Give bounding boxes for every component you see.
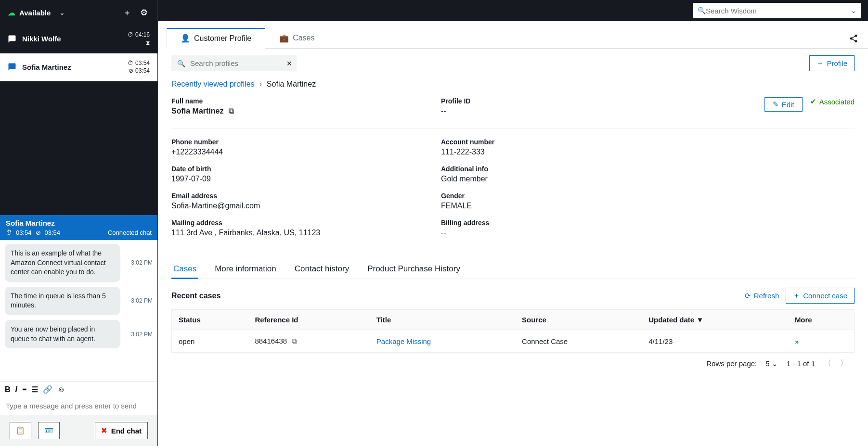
tab-cases[interactable]: 💼 Cases	[265, 28, 328, 48]
ordered-list-button[interactable]: ≡	[22, 385, 26, 394]
chevron-down-icon[interactable]: ⌄	[851, 7, 856, 14]
chat-message: You are now being placed in queue to cha…	[5, 320, 153, 348]
cell-status: open	[172, 330, 248, 353]
tab-customer-profile[interactable]: 👤 Customer Profile	[167, 28, 265, 49]
subtab-purchase-history[interactable]: Product Purchase History	[365, 260, 462, 279]
pencil-icon: ✎	[773, 100, 779, 109]
cases-table: Status Reference Id Title Source Updated…	[171, 309, 855, 353]
briefcase-icon: 💼	[279, 34, 289, 43]
unordered-list-button[interactable]: ☰	[31, 385, 38, 394]
full-name-label: Full name	[171, 97, 412, 105]
profile-id-value: --	[441, 107, 682, 115]
emoji-button[interactable]: ☺	[57, 385, 65, 394]
chat-input[interactable]	[0, 397, 157, 415]
next-page-button[interactable]: 〉	[840, 358, 848, 369]
chat-actions: 📋 🪪 ✖ End chat	[0, 415, 157, 446]
clock-icon: ⏱	[128, 31, 133, 39]
person-icon: 👤	[181, 34, 190, 43]
recent-cases-title: Recent cases	[171, 292, 220, 300]
cell-source: Connect Case	[515, 330, 642, 353]
case-title-link[interactable]: Package Missing	[376, 337, 431, 345]
subtab-contact-history[interactable]: Contact history	[293, 260, 351, 279]
profile-search-input[interactable]	[190, 59, 282, 67]
main-tabs: 👤 Customer Profile 💼 Cases	[167, 28, 868, 49]
main-content: 🔍 ⌄ 👤 Customer Profile 💼 Cases 🔍 ✕ ＋	[158, 0, 868, 446]
bold-button[interactable]: B	[5, 385, 11, 394]
profile-search-row: 🔍 ✕ ＋ Profile	[171, 55, 855, 71]
search-wisdom-box[interactable]: 🔍 ⌄	[693, 3, 861, 18]
share-icon[interactable]	[849, 33, 858, 43]
message-bubble: This is an example of what the Amazon Co…	[5, 244, 120, 282]
col-reference-id[interactable]: Reference Id	[248, 310, 369, 330]
add-profile-button[interactable]: ＋ Profile	[809, 55, 855, 71]
message-time: 3:02 PM	[131, 331, 153, 338]
col-status[interactable]: Status	[172, 310, 248, 330]
chevron-right-icon: ›	[259, 80, 262, 89]
link-button[interactable]: 🔗	[43, 385, 52, 394]
copy-icon[interactable]: ⧉	[292, 337, 297, 345]
profile-header-row: Full name Sofia Martinez ⧉ Profile ID --…	[171, 97, 855, 124]
billing-label: Billing address	[441, 219, 682, 227]
message-time: 3:02 PM	[131, 259, 153, 266]
settings-button[interactable]: ⚙	[138, 5, 150, 20]
contact-item[interactable]: Nikki Wolfe ⏱04:16 ⧗	[0, 25, 157, 53]
cell-title: Package Missing	[370, 330, 515, 353]
cell-reference-id: 88416438 ⧉	[248, 330, 369, 353]
cell-more[interactable]: »	[788, 330, 855, 353]
profile-id-label: Profile ID	[441, 97, 682, 105]
end-chat-button[interactable]: ✖ End chat	[95, 422, 148, 439]
dob-label: Date of birth	[171, 165, 412, 173]
message-time: 3:02 PM	[131, 297, 153, 304]
status-label: Available	[19, 9, 51, 17]
clipboard-button[interactable]: 📋	[10, 422, 31, 439]
clear-icon[interactable]: ✕	[286, 60, 292, 67]
prev-page-button[interactable]: 〈	[824, 358, 831, 369]
breadcrumb-root[interactable]: Recently viewed profiles	[171, 80, 255, 89]
mailing-value: 111 3rd Ave , Fairbanks, Alaska, US, 111…	[171, 229, 412, 237]
contact-times: ⏱03:54 ⊘03:54	[128, 59, 150, 76]
subtab-cases[interactable]: Cases	[171, 260, 198, 279]
sidebar: ☁ Available ⌄ ＋ ⚙ Nikki Wolfe ⏱04:16 ⧗ S…	[0, 0, 158, 446]
table-row[interactable]: open 88416438 ⧉ Package Missing Connect …	[172, 330, 855, 353]
account-label: Account number	[441, 138, 682, 146]
table-header-row: Status Reference Id Title Source Updated…	[172, 310, 855, 330]
rows-per-page-select[interactable]: 5 ⌄	[765, 359, 778, 368]
close-icon: ✖	[101, 426, 107, 435]
associated-badge: ✔ Associated	[810, 97, 855, 106]
phone-value: +12223334444	[171, 148, 412, 156]
cases-header: Recent cases ⟳ Refresh ＋ Connect case	[171, 288, 855, 304]
contact-card-button[interactable]: 🪪	[38, 422, 60, 439]
col-more[interactable]: More	[788, 310, 855, 330]
contact-item[interactable]: Sofia Martinez ⏱03:54 ⊘03:54	[0, 53, 157, 82]
plus-icon: ＋	[816, 59, 824, 68]
col-updated[interactable]: Updated date ▼	[642, 310, 788, 330]
status-dropdown[interactable]: ☁ Available	[8, 8, 51, 17]
copy-icon[interactable]: ⧉	[229, 107, 234, 115]
email-value: Sofia-Martine@gmail.com	[171, 202, 412, 210]
check-icon: ✔	[810, 97, 816, 106]
chat-status: Connected chat	[108, 229, 152, 236]
check-icon: ⊘	[129, 67, 133, 75]
italic-button[interactable]: I	[15, 385, 17, 394]
connect-case-button[interactable]: ＋ Connect case	[786, 288, 855, 304]
edit-button[interactable]: ✎ Edit	[764, 97, 803, 112]
profile-actions: ✎ Edit ✔ Associated	[764, 97, 855, 124]
clock-icon: ⏱	[128, 59, 133, 67]
cloud-icon: ☁	[8, 8, 15, 17]
phone-label: Phone number	[171, 138, 412, 146]
subtab-more-info[interactable]: More information	[213, 260, 278, 279]
profile-search-box[interactable]: 🔍 ✕	[171, 55, 297, 71]
col-source[interactable]: Source	[515, 310, 642, 330]
col-title[interactable]: Title	[370, 310, 515, 330]
chevron-down-icon[interactable]: ⌄	[59, 9, 65, 16]
clock-icon: ⏱	[6, 229, 12, 236]
message-bubble: You are now being placed in queue to cha…	[5, 320, 120, 348]
refresh-button[interactable]: ⟳ Refresh	[745, 292, 779, 300]
chat-transcript[interactable]: This is an example of what the Amazon Co…	[0, 240, 157, 382]
agent-status-bar: ☁ Available ⌄ ＋ ⚙	[0, 0, 157, 25]
sort-desc-icon: ▼	[696, 316, 703, 324]
content-area: 🔍 ✕ ＋ Profile Recently viewed profiles ›…	[158, 49, 868, 446]
chat-icon	[8, 35, 16, 43]
add-contact-button[interactable]: ＋	[121, 5, 133, 20]
search-wisdom-input[interactable]	[706, 7, 851, 15]
